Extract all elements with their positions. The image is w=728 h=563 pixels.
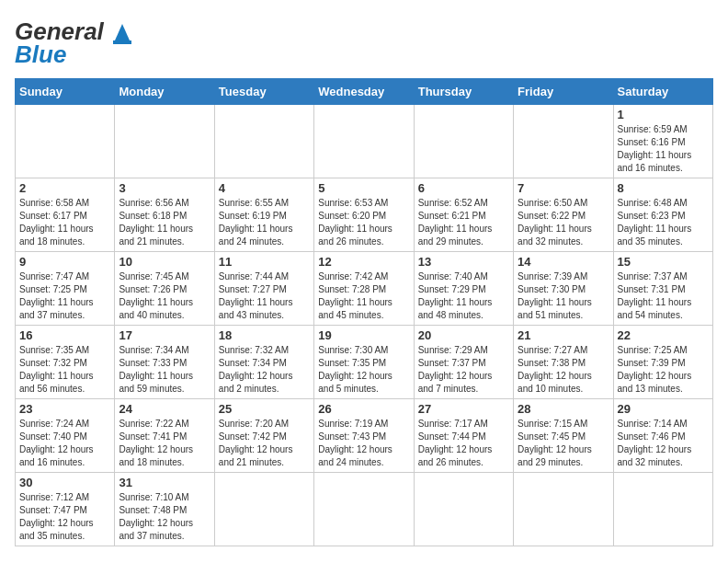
day-number: 1: [618, 108, 709, 121]
calendar-cell: [16, 105, 115, 178]
day-number: 30: [19, 476, 110, 489]
calendar-week-row: 1Sunrise: 6:59 AM Sunset: 6:16 PM Daylig…: [16, 105, 713, 178]
day-info: Sunrise: 7:25 AM Sunset: 7:39 PM Dayligh…: [618, 344, 709, 396]
calendar-cell: [115, 105, 214, 178]
day-info: Sunrise: 7:47 AM Sunset: 7:25 PM Dayligh…: [19, 270, 110, 322]
calendar-cell: [214, 473, 313, 546]
calendar-cell: 25Sunrise: 7:20 AM Sunset: 7:42 PM Dayli…: [214, 399, 313, 473]
day-info: Sunrise: 7:30 AM Sunset: 7:35 PM Dayligh…: [318, 344, 409, 396]
day-number: 11: [219, 255, 310, 269]
logo-blue: Blue: [15, 40, 66, 69]
calendar-cell: 12Sunrise: 7:42 AM Sunset: 7:28 PM Dayli…: [314, 252, 414, 326]
day-number: 12: [318, 255, 409, 269]
day-info: Sunrise: 7:45 AM Sunset: 7:26 PM Dayligh…: [119, 270, 210, 322]
calendar-cell: 6Sunrise: 6:52 AM Sunset: 6:21 PM Daylig…: [414, 178, 513, 252]
calendar-cell: 15Sunrise: 7:37 AM Sunset: 7:31 PM Dayli…: [613, 252, 712, 326]
calendar-cell: 31Sunrise: 7:10 AM Sunset: 7:48 PM Dayli…: [115, 473, 214, 546]
day-info: Sunrise: 7:37 AM Sunset: 7:31 PM Dayligh…: [618, 270, 709, 322]
calendar-cell: 24Sunrise: 7:22 AM Sunset: 7:41 PM Dayli…: [115, 399, 214, 473]
day-info: Sunrise: 7:40 AM Sunset: 7:29 PM Dayligh…: [418, 270, 509, 322]
day-info: Sunrise: 6:58 AM Sunset: 6:17 PM Dayligh…: [19, 197, 110, 248]
day-header-saturday: Saturday: [613, 79, 712, 105]
calendar-cell: 21Sunrise: 7:27 AM Sunset: 7:38 PM Dayli…: [514, 326, 613, 399]
day-info: Sunrise: 7:24 AM Sunset: 7:40 PM Dayligh…: [19, 418, 110, 469]
day-number: 3: [119, 181, 210, 195]
calendar-cell: 18Sunrise: 7:32 AM Sunset: 7:34 PM Dayli…: [214, 326, 313, 399]
day-info: Sunrise: 6:50 AM Sunset: 6:22 PM Dayligh…: [518, 197, 609, 248]
day-info: Sunrise: 6:53 AM Sunset: 6:20 PM Dayligh…: [318, 197, 409, 248]
day-number: 26: [318, 402, 409, 416]
day-number: 31: [119, 476, 210, 489]
day-number: 29: [618, 402, 709, 416]
calendar-cell: 26Sunrise: 7:19 AM Sunset: 7:43 PM Dayli…: [314, 399, 414, 473]
day-info: Sunrise: 7:39 AM Sunset: 7:30 PM Dayligh…: [518, 270, 609, 322]
day-info: Sunrise: 6:48 AM Sunset: 6:23 PM Dayligh…: [618, 197, 709, 248]
day-info: Sunrise: 7:22 AM Sunset: 7:41 PM Dayligh…: [119, 418, 210, 469]
day-info: Sunrise: 7:34 AM Sunset: 7:33 PM Dayligh…: [119, 344, 210, 396]
calendar-cell: 30Sunrise: 7:12 AM Sunset: 7:47 PM Dayli…: [16, 473, 115, 546]
calendar-cell: 1Sunrise: 6:59 AM Sunset: 6:16 PM Daylig…: [613, 105, 712, 178]
calendar-cell: 22Sunrise: 7:25 AM Sunset: 7:39 PM Dayli…: [613, 326, 712, 399]
logo: General Blue: [15, 15, 137, 69]
day-number: 20: [418, 328, 509, 342]
day-number: 13: [418, 255, 509, 269]
calendar-table: SundayMondayTuesdayWednesdayThursdayFrid…: [15, 78, 713, 546]
day-info: Sunrise: 6:52 AM Sunset: 6:21 PM Dayligh…: [418, 197, 509, 248]
calendar-cell: [314, 473, 414, 546]
calendar-week-row: 9Sunrise: 7:47 AM Sunset: 7:25 PM Daylig…: [16, 252, 713, 326]
calendar-cell: [613, 473, 712, 546]
day-header-friday: Friday: [514, 79, 613, 105]
calendar-header-row: SundayMondayTuesdayWednesdayThursdayFrid…: [16, 79, 713, 105]
calendar-week-row: 2Sunrise: 6:58 AM Sunset: 6:17 PM Daylig…: [16, 178, 713, 252]
calendar-cell: [314, 105, 414, 178]
day-info: Sunrise: 7:20 AM Sunset: 7:42 PM Dayligh…: [219, 418, 310, 469]
calendar-cell: 10Sunrise: 7:45 AM Sunset: 7:26 PM Dayli…: [115, 252, 214, 326]
day-number: 8: [618, 181, 709, 195]
day-number: 7: [518, 181, 609, 195]
day-number: 4: [219, 181, 310, 195]
day-info: Sunrise: 7:10 AM Sunset: 7:48 PM Dayligh…: [119, 491, 210, 543]
day-number: 6: [418, 181, 509, 195]
svg-rect-1: [113, 40, 131, 44]
day-number: 17: [119, 328, 210, 342]
calendar-cell: 7Sunrise: 6:50 AM Sunset: 6:22 PM Daylig…: [514, 178, 613, 252]
day-info: Sunrise: 7:12 AM Sunset: 7:47 PM Dayligh…: [19, 491, 110, 543]
calendar-week-row: 16Sunrise: 7:35 AM Sunset: 7:32 PM Dayli…: [16, 326, 713, 399]
day-number: 21: [518, 328, 609, 342]
day-number: 24: [119, 402, 210, 416]
day-header-tuesday: Tuesday: [214, 79, 313, 105]
calendar-cell: 5Sunrise: 6:53 AM Sunset: 6:20 PM Daylig…: [314, 178, 414, 252]
day-number: 9: [19, 255, 110, 269]
svg-marker-0: [115, 24, 130, 40]
calendar-cell: 13Sunrise: 7:40 AM Sunset: 7:29 PM Dayli…: [414, 252, 513, 326]
calendar-cell: [214, 105, 313, 178]
day-number: 14: [518, 255, 609, 269]
day-number: 10: [119, 255, 210, 269]
day-info: Sunrise: 7:35 AM Sunset: 7:32 PM Dayligh…: [19, 344, 110, 396]
calendar-cell: 19Sunrise: 7:30 AM Sunset: 7:35 PM Dayli…: [314, 326, 414, 399]
calendar-cell: 11Sunrise: 7:44 AM Sunset: 7:27 PM Dayli…: [214, 252, 313, 326]
calendar-cell: [414, 473, 513, 546]
day-info: Sunrise: 6:55 AM Sunset: 6:19 PM Dayligh…: [219, 197, 310, 248]
calendar-cell: 4Sunrise: 6:55 AM Sunset: 6:19 PM Daylig…: [214, 178, 313, 252]
calendar-cell: 14Sunrise: 7:39 AM Sunset: 7:30 PM Dayli…: [514, 252, 613, 326]
day-info: Sunrise: 7:29 AM Sunset: 7:37 PM Dayligh…: [418, 344, 509, 396]
calendar-cell: 17Sunrise: 7:34 AM Sunset: 7:33 PM Dayli…: [115, 326, 214, 399]
logo-icon-shape: [108, 15, 137, 48]
calendar-cell: 2Sunrise: 6:58 AM Sunset: 6:17 PM Daylig…: [16, 178, 115, 252]
day-header-monday: Monday: [115, 79, 214, 105]
day-number: 22: [618, 328, 709, 342]
day-info: Sunrise: 7:27 AM Sunset: 7:38 PM Dayligh…: [518, 344, 609, 396]
calendar-cell: [414, 105, 513, 178]
day-info: Sunrise: 7:32 AM Sunset: 7:34 PM Dayligh…: [219, 344, 310, 396]
day-number: 18: [219, 328, 310, 342]
calendar-cell: 28Sunrise: 7:15 AM Sunset: 7:45 PM Dayli…: [514, 399, 613, 473]
calendar-cell: 3Sunrise: 6:56 AM Sunset: 6:18 PM Daylig…: [115, 178, 214, 252]
day-info: Sunrise: 7:44 AM Sunset: 7:27 PM Dayligh…: [219, 270, 310, 322]
day-info: Sunrise: 7:42 AM Sunset: 7:28 PM Dayligh…: [318, 270, 409, 322]
calendar-cell: 29Sunrise: 7:14 AM Sunset: 7:46 PM Dayli…: [613, 399, 712, 473]
calendar-cell: 9Sunrise: 7:47 AM Sunset: 7:25 PM Daylig…: [16, 252, 115, 326]
day-info: Sunrise: 7:15 AM Sunset: 7:45 PM Dayligh…: [518, 418, 609, 469]
header: General Blue: [15, 15, 713, 69]
calendar-cell: 20Sunrise: 7:29 AM Sunset: 7:37 PM Dayli…: [414, 326, 513, 399]
